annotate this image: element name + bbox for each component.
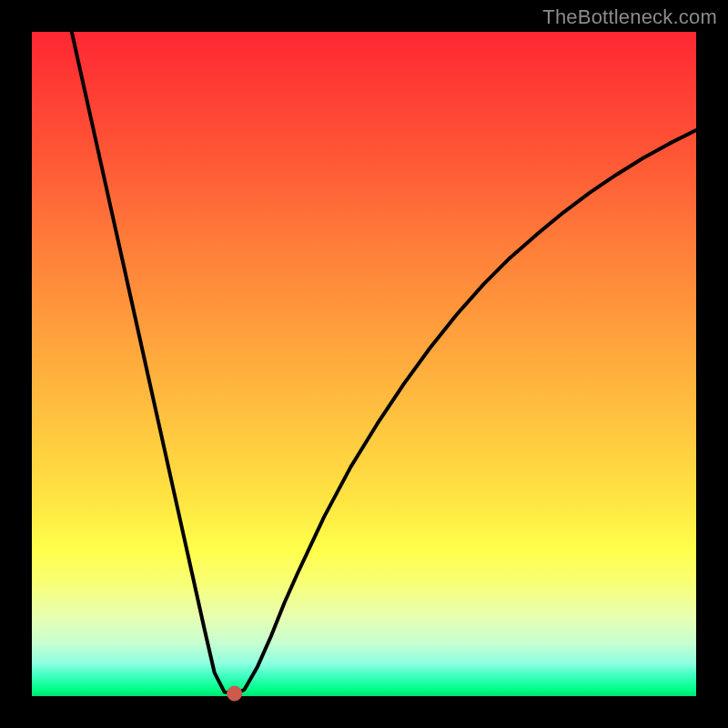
curve-svg	[32, 32, 696, 696]
watermark-text: TheBottleneck.com	[542, 5, 717, 29]
optimal-point-marker	[228, 686, 242, 701]
plot-area	[32, 32, 696, 696]
chart-frame: TheBottleneck.com	[0, 0, 728, 728]
bottleneck-curve	[72, 32, 696, 693]
